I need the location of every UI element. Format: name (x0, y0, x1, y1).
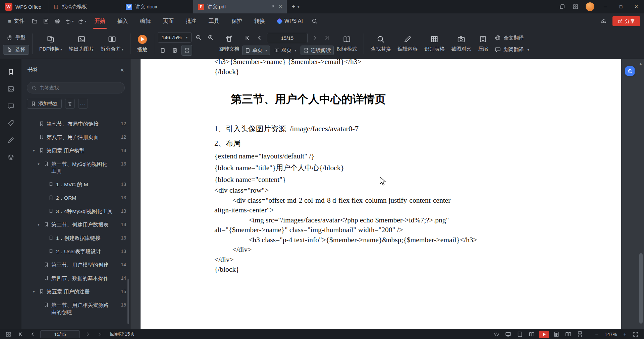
bookmark-item[interactable]: 2．User表字段设计13 (21, 245, 130, 258)
bookmark-item[interactable]: ▼第四章 用户模型13 (21, 144, 130, 157)
undo-button[interactable]: ▾ (63, 16, 75, 26)
continuous-scroll-button[interactable] (576, 330, 584, 339)
compress-button[interactable]: 压缩 (475, 33, 491, 54)
zoom-percent[interactable]: 147% (603, 332, 619, 337)
user-avatar[interactable] (586, 2, 594, 11)
doc-tab-docx[interactable]: W 讲义.docx (121, 0, 193, 13)
bookmark-item[interactable]: 1．MVC 的 M13 (21, 178, 130, 191)
page-indicator-input[interactable]: 15/15 (267, 33, 308, 43)
zoom-out-button[interactable]: − (593, 331, 600, 337)
menu-tab-tools[interactable]: 工具 (203, 13, 225, 29)
bookmark-item[interactable]: 第七节、布局中的链接12 (21, 117, 130, 130)
zoom-in-button[interactable] (206, 32, 216, 43)
page-scroll-button[interactable] (552, 330, 561, 339)
zoom-out-button[interactable] (194, 32, 204, 43)
menu-tab-wps-ai[interactable]: WPS AI (271, 13, 309, 29)
nav-comments-button[interactable] (7, 103, 14, 110)
nav-thumbnails-button[interactable] (7, 85, 14, 92)
redo-button[interactable]: ▾ (76, 16, 88, 26)
double-page-mode-button[interactable]: 双页 ▾ (272, 46, 299, 55)
close-window-button[interactable]: × (629, 0, 644, 13)
bookmark-item[interactable]: 3．4种MySql视图化工具13 (21, 204, 130, 218)
menu-tab-insert[interactable]: 插入 (112, 13, 134, 29)
page-indicator-input[interactable]: 15/15 (40, 330, 80, 338)
print-button[interactable] (52, 16, 63, 26)
panel-scrollbar[interactable] (127, 279, 129, 324)
nav-bookmarks-button[interactable] (7, 68, 14, 75)
expand-arrow-icon[interactable]: ▼ (36, 221, 41, 228)
more-options-button[interactable]: ··· (78, 99, 88, 109)
expand-arrow-icon[interactable]: ▼ (36, 161, 41, 168)
pdf-convert-button[interactable]: PDF转换▾ (36, 33, 65, 54)
fullscreen-button[interactable] (631, 330, 640, 339)
nav-annotations-button[interactable] (7, 137, 14, 144)
word-translate-button[interactable]: 划词翻译 ▾ (491, 45, 532, 54)
recognize-table-button[interactable]: 识别表格 (421, 33, 448, 54)
file-menu-button[interactable]: ≡ 文件 (4, 13, 29, 29)
menu-tab-protect[interactable]: 保护 (226, 13, 248, 29)
find-replace-button[interactable]: 查找替换 (367, 33, 394, 54)
pin-tab-icon[interactable] (270, 4, 275, 9)
rotate-pages-button[interactable]: 旋转文档 (216, 33, 243, 54)
slideshow-play-button[interactable] (539, 331, 549, 338)
continuous-mode-button[interactable]: 连续阅读 (301, 46, 333, 55)
bookmark-item[interactable]: 2．ORM13 (21, 191, 130, 204)
two-page-button[interactable] (564, 330, 573, 339)
bookmark-item[interactable]: 第一节、用户相关资源路由的创建15 (21, 298, 130, 319)
back-to-page-button[interactable]: 回到第15页 (110, 331, 135, 337)
expand-arrow-icon[interactable]: ▼ (32, 147, 36, 154)
menu-tab-convert[interactable]: 转换 (249, 13, 271, 29)
read-mode-button[interactable]: 阅读模式 (333, 33, 360, 54)
view-options-button[interactable] (492, 330, 501, 339)
fit-window-button[interactable] (158, 45, 168, 55)
thumbnail-panel-button[interactable] (4, 330, 13, 339)
app-home-tab[interactable]: W WPS Office (0, 0, 49, 13)
menu-tab-comment[interactable]: 批注 (180, 13, 202, 29)
doc-tab-pdf-active[interactable]: P 讲义.pdf × (193, 0, 287, 13)
menu-tab-home[interactable]: 开始 (89, 13, 111, 29)
hand-tool-button[interactable]: 手型 (3, 33, 29, 42)
next-page-button[interactable] (310, 33, 320, 43)
edit-content-button[interactable]: 编辑内容 (394, 33, 421, 54)
bookmark-item[interactable]: ▼第五章 用户的注册15 (21, 285, 130, 298)
zoom-select[interactable]: 146.75% ▾ (158, 32, 192, 43)
window-stack-button[interactable] (555, 0, 569, 13)
next-page-button[interactable] (83, 330, 92, 339)
last-page-button[interactable] (95, 330, 104, 339)
export-image-button[interactable]: 输出为图片 (65, 33, 97, 54)
full-translate-button[interactable]: 全文翻译 (491, 33, 527, 43)
bookmark-search[interactable] (27, 82, 125, 93)
prev-page-button[interactable] (28, 330, 37, 339)
menu-search-button[interactable] (309, 16, 320, 26)
bookmark-item[interactable]: 第八节、用户注册页面12 (21, 130, 130, 144)
nav-tags-button[interactable] (7, 120, 14, 127)
doc-tab-template[interactable]: 找稿壳模板 (49, 0, 121, 13)
new-tab-button[interactable]: + ▾ (287, 0, 304, 13)
bookmark-item[interactable]: 第四节、数据的基本操作14 (21, 271, 130, 285)
save-button[interactable] (41, 16, 51, 26)
floating-assistant-button[interactable] (625, 66, 635, 76)
panel-close-button[interactable]: × (120, 67, 124, 73)
zoom-in-button[interactable]: + (622, 331, 628, 337)
menu-tab-page[interactable]: 页面 (157, 13, 179, 29)
first-page-button[interactable] (243, 33, 253, 43)
apps-launcher-button[interactable] (569, 0, 582, 13)
share-button[interactable]: 分享 (612, 16, 640, 26)
play-button[interactable]: 播放 (134, 33, 151, 55)
bookmark-item[interactable]: 第三节、用户模型的创建14 (21, 258, 130, 271)
split-merge-button[interactable]: 拆分合并▾ (97, 33, 127, 54)
fit-width-button[interactable] (170, 45, 180, 55)
bookmark-item[interactable]: 1．创建数据库链接13 (21, 231, 130, 245)
prev-page-button[interactable] (255, 33, 265, 43)
select-tool-button[interactable]: 选择 (3, 45, 29, 54)
close-tab-icon[interactable]: × (279, 3, 282, 10)
single-page-mode-button[interactable]: 单页 ▾ (243, 46, 270, 55)
add-bookmark-button[interactable]: 添加书签 (27, 99, 62, 109)
bookmark-search-input[interactable] (40, 85, 120, 90)
first-page-button[interactable] (16, 330, 25, 339)
bookmark-item[interactable]: ▼第一节、MySql的视图化工具13 (21, 157, 130, 178)
fit-window-button[interactable] (504, 330, 513, 339)
book-mode-button[interactable] (527, 330, 536, 339)
delete-bookmark-button[interactable] (65, 99, 75, 109)
cloud-upload-button[interactable] (598, 16, 609, 26)
